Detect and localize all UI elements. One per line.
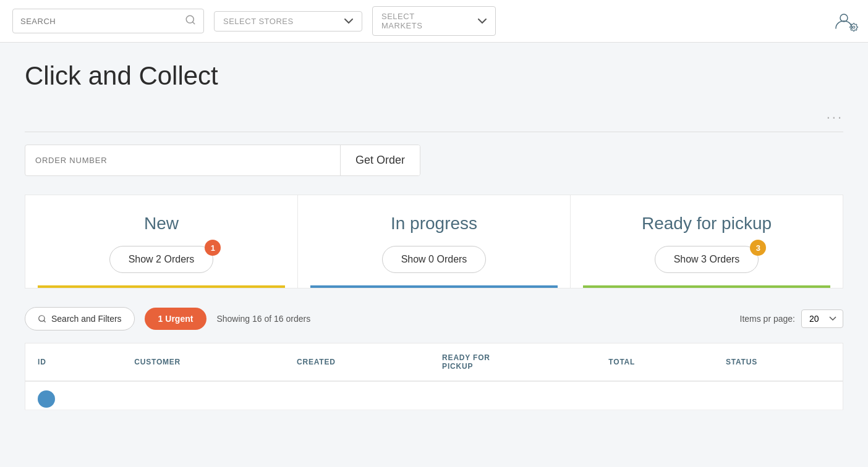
show-new-orders-button[interactable]: Show 2 Orders (109, 246, 214, 273)
stores-dropdown[interactable]: SELECT STORES (214, 11, 362, 32)
svg-point-2 (840, 14, 848, 22)
svg-line-1 (192, 22, 194, 23)
search-filters-icon (38, 314, 46, 323)
main-content: Click and Collect ··· Get Order New Show… (0, 43, 868, 429)
cell-status (713, 381, 843, 410)
orders-table: ID CUSTOMER CREATED READY FORPICKUP TOTA… (25, 343, 843, 410)
order-number-input[interactable] (25, 145, 340, 175)
cell-created (284, 381, 430, 410)
col-ready-for-pickup: READY FORPICKUP (430, 343, 596, 382)
items-per-page: Items pr page: 20 50 100 (740, 309, 844, 328)
new-orders-badge: 1 (205, 240, 221, 256)
table-header: ID CUSTOMER CREATED READY FORPICKUP TOTA… (25, 343, 843, 382)
filter-bar: Search and Filters 1 Urgent Showing 16 o… (25, 307, 843, 330)
cell-customer (122, 381, 284, 410)
status-card-ready: Ready for pickup Show 3 Orders 3 (571, 195, 843, 288)
search-box[interactable] (12, 9, 204, 33)
chevron-down-icon (344, 17, 353, 26)
table-body (25, 381, 843, 410)
cell-ready-for-pickup (430, 381, 596, 410)
cell-total (596, 381, 713, 410)
search-icon (185, 14, 196, 28)
status-card-inprogress-title: In progress (310, 214, 558, 233)
col-customer: CUSTOMER (122, 343, 284, 382)
col-status: STATUS (713, 343, 843, 382)
table-row[interactable] (25, 381, 843, 410)
svg-point-3 (853, 26, 855, 28)
urgent-button[interactable]: 1 Urgent (145, 308, 207, 330)
ready-orders-badge: 3 (750, 240, 766, 256)
row-indicator (38, 390, 55, 408)
show-orders-inprogress-wrap: Show 0 Orders (382, 246, 487, 273)
new-card-bar (38, 285, 285, 288)
chevron-down-icon (478, 17, 487, 26)
items-per-page-select[interactable]: 20 50 100 (801, 309, 843, 328)
col-created: CREATED (284, 343, 430, 382)
show-orders-ready-wrap: Show 3 Orders 3 (655, 246, 759, 273)
search-filters-button[interactable]: Search and Filters (25, 307, 135, 330)
showing-text: Showing 16 of 16 orders (216, 314, 310, 324)
svg-line-5 (44, 321, 46, 322)
show-inprogress-orders-button[interactable]: Show 0 Orders (382, 246, 487, 273)
status-card-new: New Show 2 Orders 1 (25, 195, 297, 288)
get-order-button[interactable]: Get Order (340, 145, 420, 175)
inprogress-card-bar (310, 285, 558, 288)
status-cards: New Show 2 Orders 1 In progress Show 0 O… (25, 195, 843, 288)
show-orders-new-wrap: Show 2 Orders 1 (109, 246, 214, 273)
status-card-ready-title: Ready for pickup (583, 214, 830, 233)
status-card-inprogress: In progress Show 0 Orders (297, 195, 571, 288)
gear-icon (849, 23, 858, 33)
show-ready-orders-button[interactable]: Show 3 Orders (655, 246, 759, 273)
divider (25, 132, 843, 132)
user-icon-wrap[interactable] (833, 10, 856, 32)
page-title: Click and Collect (25, 61, 843, 91)
col-total: TOTAL (596, 343, 713, 382)
status-card-new-title: New (38, 214, 285, 233)
user-icon (833, 10, 856, 32)
search-input[interactable] (20, 17, 180, 26)
top-bar: SELECT STORES SELECT MARKETS (0, 0, 868, 43)
more-options-button[interactable]: ··· (827, 109, 843, 125)
col-id: ID (25, 343, 122, 382)
cell-id (25, 381, 122, 410)
more-options: ··· (25, 109, 843, 125)
markets-dropdown[interactable]: SELECT MARKETS (372, 6, 496, 36)
ready-card-bar (583, 285, 830, 288)
order-number-bar: Get Order (25, 145, 420, 176)
